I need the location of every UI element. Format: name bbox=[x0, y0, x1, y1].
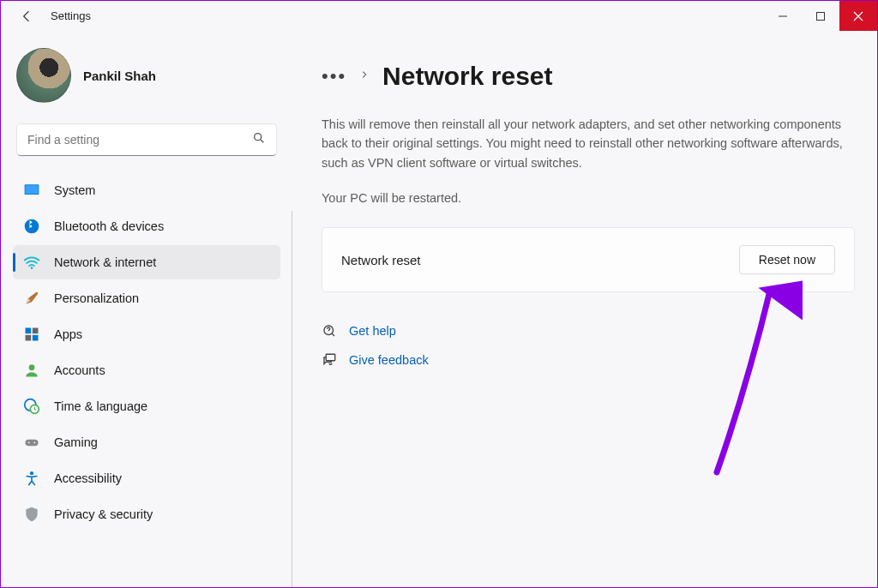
sidebar-item-privacy[interactable]: Privacy & security bbox=[13, 497, 280, 531]
wifi-icon bbox=[23, 254, 40, 271]
give-feedback-link[interactable]: Give feedback bbox=[349, 353, 429, 367]
breadcrumb: ••• Network reset bbox=[322, 62, 855, 91]
restart-note: Your PC will be restarted. bbox=[322, 191, 855, 205]
network-reset-card: Network reset Reset now bbox=[322, 227, 855, 292]
svg-rect-11 bbox=[33, 328, 39, 334]
sidebar-item-accessibility[interactable]: Accessibility bbox=[13, 461, 280, 495]
back-icon[interactable] bbox=[18, 8, 35, 25]
svg-point-4 bbox=[255, 134, 262, 141]
apps-icon bbox=[23, 326, 40, 343]
minimize-button[interactable] bbox=[764, 1, 802, 31]
svg-rect-17 bbox=[26, 440, 39, 447]
svg-rect-7 bbox=[26, 185, 39, 194]
sidebar-item-label: Personalization bbox=[54, 291, 139, 305]
svg-point-18 bbox=[28, 442, 30, 444]
maximize-button[interactable] bbox=[802, 1, 839, 31]
svg-point-19 bbox=[34, 442, 36, 444]
get-help-link[interactable]: Get help bbox=[349, 324, 396, 338]
search-input[interactable] bbox=[27, 133, 252, 147]
help-icon bbox=[322, 323, 337, 339]
globe-clock-icon bbox=[23, 398, 40, 415]
sidebar-item-label: Apps bbox=[54, 327, 82, 341]
titlebar: Settings bbox=[1, 1, 877, 31]
paintbrush-icon bbox=[23, 290, 40, 307]
svg-rect-22 bbox=[326, 355, 335, 362]
sidebar-item-label: Privacy & security bbox=[54, 507, 153, 521]
sidebar-item-network[interactable]: Network & internet bbox=[13, 245, 280, 279]
svg-rect-1 bbox=[817, 12, 825, 20]
sidebar: Pankil Shah System Bluetooth & devices N… bbox=[1, 31, 292, 587]
sidebar-item-label: Bluetooth & devices bbox=[54, 219, 164, 233]
page-description: This will remove then reinstall all your… bbox=[322, 115, 853, 172]
profile-name: Pankil Shah bbox=[83, 69, 156, 83]
sidebar-item-label: Accounts bbox=[54, 363, 105, 377]
avatar bbox=[16, 48, 71, 103]
search-box[interactable] bbox=[16, 123, 277, 156]
system-icon bbox=[23, 182, 40, 199]
sidebar-item-personalization[interactable]: Personalization bbox=[13, 281, 280, 315]
profile[interactable]: Pankil Shah bbox=[16, 48, 277, 103]
nav: System Bluetooth & devices Network & int… bbox=[13, 173, 280, 531]
svg-point-9 bbox=[31, 267, 33, 269]
accessibility-icon bbox=[23, 470, 40, 487]
sidebar-item-apps[interactable]: Apps bbox=[13, 317, 280, 351]
search-icon bbox=[252, 131, 266, 148]
sidebar-item-label: System bbox=[54, 183, 95, 197]
card-label: Network reset bbox=[341, 253, 421, 267]
svg-point-20 bbox=[30, 471, 33, 475]
sidebar-item-bluetooth[interactable]: Bluetooth & devices bbox=[13, 209, 280, 243]
sidebar-item-label: Gaming bbox=[54, 435, 98, 449]
svg-rect-12 bbox=[26, 335, 32, 341]
person-icon bbox=[23, 362, 40, 379]
more-icon[interactable]: ••• bbox=[322, 65, 346, 87]
sidebar-item-system[interactable]: System bbox=[13, 173, 280, 207]
svg-rect-10 bbox=[26, 328, 32, 334]
bluetooth-icon bbox=[23, 218, 40, 235]
close-button[interactable] bbox=[839, 1, 877, 31]
svg-point-14 bbox=[29, 364, 35, 370]
content: ••• Network reset This will remove then … bbox=[292, 31, 877, 587]
help-links: Get help Give feedback bbox=[322, 323, 855, 368]
window-controls bbox=[764, 1, 877, 31]
page-title: Network reset bbox=[382, 62, 552, 91]
sidebar-item-gaming[interactable]: Gaming bbox=[13, 425, 280, 459]
svg-rect-13 bbox=[33, 335, 39, 341]
sidebar-item-time[interactable]: Time & language bbox=[13, 389, 280, 423]
svg-line-5 bbox=[261, 140, 263, 142]
sidebar-item-label: Accessibility bbox=[54, 471, 122, 485]
sidebar-item-accounts[interactable]: Accounts bbox=[13, 353, 280, 387]
chevron-right-icon bbox=[360, 69, 369, 84]
gamepad-icon bbox=[23, 434, 40, 451]
reset-now-button[interactable]: Reset now bbox=[739, 245, 835, 274]
feedback-icon bbox=[322, 352, 337, 368]
window-title: Settings bbox=[51, 9, 91, 22]
sidebar-item-label: Network & internet bbox=[54, 255, 156, 269]
shield-icon bbox=[23, 506, 40, 523]
sidebar-item-label: Time & language bbox=[54, 399, 147, 413]
